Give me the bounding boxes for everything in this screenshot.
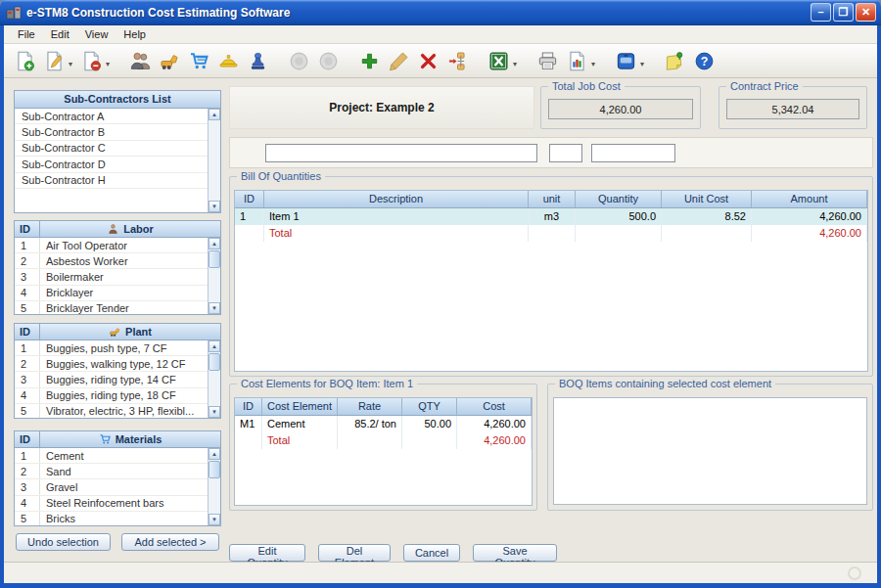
maximize-button[interactable]: ❐ (833, 3, 854, 22)
cell-id: 1 (235, 208, 264, 225)
item-name: Boilermaker (40, 271, 208, 283)
minimize-button[interactable]: – (811, 3, 831, 22)
list-item[interactable]: Sub-Contractor C (15, 141, 208, 157)
report-button[interactable] (564, 48, 589, 73)
boq-items-list[interactable] (553, 397, 867, 505)
nav-forward-button (315, 48, 341, 73)
col-header[interactable]: QTY (402, 398, 457, 415)
report-caret[interactable]: ▾ (591, 60, 595, 68)
scroll-up-icon[interactable]: ▲ (209, 340, 220, 352)
new-document-button[interactable] (12, 48, 37, 73)
stamp-button[interactable] (245, 48, 270, 73)
table-row[interactable]: M1 Cement 85.2/ ton 50.00 4,260.00 (235, 416, 532, 432)
scroll-thumb[interactable] (209, 461, 220, 478)
assign-flow-button[interactable] (444, 48, 470, 73)
delete-document-caret[interactable]: ▾ (106, 60, 110, 68)
materials-cart-button[interactable] (186, 48, 211, 73)
del-element-button[interactable]: Del Element (318, 544, 391, 562)
scroll-down-icon[interactable]: ▼ (209, 514, 220, 525)
description-input[interactable] (265, 144, 537, 162)
table-row[interactable]: 1 Item 1 m3 500.0 8.52 4,260.00 (235, 208, 867, 225)
col-header[interactable]: Description (264, 191, 529, 207)
project-case-button[interactable] (613, 48, 638, 73)
edit-pencil-icon (389, 51, 409, 71)
menu-help[interactable]: Help (116, 26, 154, 42)
list-item[interactable]: 1Cement (15, 448, 208, 464)
list-item[interactable]: Sub-Contractor A (15, 109, 208, 124)
unit-input[interactable] (549, 144, 582, 162)
cell-unit: m3 (529, 208, 576, 225)
undo-selection-button[interactable]: Undo selection (16, 533, 111, 551)
labor-hardhat-icon (218, 51, 239, 71)
col-header[interactable]: Unit Cost (662, 191, 752, 207)
list-item[interactable]: Sub-Contractor D (15, 157, 208, 172)
scroll-down-icon[interactable]: ▼ (209, 201, 220, 212)
project-case-icon (616, 51, 636, 71)
item-id: 3 (15, 269, 40, 284)
scrollbar[interactable]: ▲ ▼ (208, 109, 220, 212)
scroll-thumb[interactable] (209, 250, 220, 268)
list-item[interactable]: 1Buggies, push type, 7 CF (15, 340, 208, 356)
scroll-up-icon[interactable]: ▲ (209, 109, 220, 120)
plant-button[interactable] (157, 48, 182, 73)
sidebar: Sub-Contractors List Sub-Contractor A Su… (14, 78, 221, 562)
list-item[interactable]: 4Steel Reinfocement bars (15, 496, 208, 512)
list-item[interactable]: Sub-Contractor B (15, 124, 208, 140)
print-button[interactable] (534, 48, 560, 73)
list-item[interactable]: 2Buggies, walking type, 12 CF (15, 356, 208, 372)
quantity-input[interactable] (591, 144, 675, 162)
scroll-down-icon[interactable]: ▼ (209, 406, 220, 418)
menu-edit[interactable]: Edit (43, 26, 77, 42)
excel-export-button[interactable] (486, 48, 511, 73)
delete-x-button[interactable] (415, 48, 440, 73)
col-header[interactable]: Cost Element (262, 398, 338, 415)
project-case-caret[interactable]: ▾ (640, 60, 644, 68)
list-item[interactable]: 2Sand (15, 464, 208, 479)
list-item[interactable]: 4Buggies, riding type, 18 CF (15, 388, 208, 404)
col-header[interactable]: Amount (752, 191, 867, 207)
notes-button[interactable] (662, 48, 687, 73)
edit-pencil-button[interactable] (386, 48, 411, 73)
col-header[interactable]: ID (235, 191, 264, 207)
list-item[interactable]: 2Asbestos Worker (15, 253, 208, 269)
col-header[interactable]: Rate (338, 398, 402, 415)
list-item[interactable]: 5Bricks (15, 512, 208, 525)
edit-quantity-button[interactable]: Edit Quantity (229, 544, 305, 562)
list-item[interactable]: Sub-Contractor H (15, 173, 208, 189)
labor-hardhat-button[interactable] (215, 48, 241, 73)
col-header[interactable]: unit (529, 191, 576, 207)
col-header[interactable]: ID (235, 398, 262, 415)
scroll-up-icon[interactable]: ▲ (209, 448, 220, 460)
menu-view[interactable]: View (77, 26, 116, 42)
edit-document-button[interactable] (41, 48, 67, 73)
list-item[interactable]: 3Buggies, riding type, 14 CF (15, 372, 208, 387)
delete-document-button[interactable] (78, 48, 104, 73)
subcontractors-button[interactable] (127, 48, 153, 73)
list-item[interactable]: 4Bricklayer (15, 286, 208, 301)
scrollbar[interactable]: ▲▼ (208, 448, 220, 525)
menu-file[interactable]: File (10, 26, 43, 42)
scroll-up-icon[interactable]: ▲ (209, 238, 220, 249)
scroll-down-icon[interactable]: ▼ (209, 302, 220, 314)
help-button[interactable]: ? (691, 48, 717, 73)
list-item[interactable]: 3Boilermaker (15, 269, 208, 285)
col-header[interactable]: Quantity (576, 191, 662, 207)
close-button[interactable]: ✕ (856, 3, 876, 22)
resize-grip-icon[interactable] (848, 566, 861, 580)
col-header[interactable]: Cost (457, 398, 532, 415)
list-item[interactable]: 1Air Tool Operator (15, 238, 208, 253)
list-item[interactable]: 5Bricklayer Tender (15, 301, 208, 314)
list-item[interactable]: 3Gravel (15, 479, 208, 495)
add-button[interactable] (356, 48, 382, 73)
list-item[interactable]: 5Vibrator, electric, 3 HP, flexibl... (15, 404, 208, 418)
edit-document-caret[interactable]: ▾ (69, 60, 72, 68)
app-icon (6, 5, 22, 21)
total-row: Total 4,260.00 (235, 432, 532, 449)
scrollbar[interactable]: ▲▼ (208, 340, 220, 418)
scroll-thumb[interactable] (209, 353, 220, 371)
cancel-button[interactable]: Cancel (403, 544, 460, 562)
add-selected-button[interactable]: Add selected > (121, 533, 219, 551)
excel-export-caret[interactable]: ▾ (513, 60, 517, 68)
save-quantity-button[interactable]: Save Quantity (473, 544, 557, 562)
scrollbar[interactable]: ▲▼ (208, 238, 220, 314)
